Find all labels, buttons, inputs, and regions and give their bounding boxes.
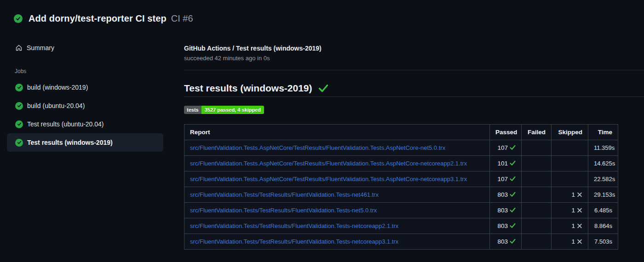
skip-x-icon — [577, 239, 582, 244]
sidebar-job-item-0[interactable]: build (windows-2019) — [7, 78, 163, 97]
col-header-report: Report — [184, 125, 490, 140]
skip-x-icon — [577, 192, 582, 197]
skipped-cell: 1 — [552, 218, 588, 234]
skipped-cell: 1 — [552, 203, 588, 218]
check-run-status: succeeded 42 minutes ago in 0s — [184, 55, 644, 62]
job-success-icon — [15, 102, 23, 110]
skipped-cell — [552, 156, 588, 171]
passed-cell: 803 — [490, 218, 522, 234]
pass-check-icon — [510, 145, 516, 150]
failed-cell — [522, 218, 552, 234]
table-header-row: Report Passed Failed Skipped Time — [184, 125, 618, 140]
skipped-cell — [552, 140, 588, 156]
table-row: src/FluentValidation.Tests.AspNetCore/Te… — [184, 156, 618, 171]
table-row: src/FluentValidation.Tests/TestResults/F… — [184, 187, 618, 203]
failed-cell — [522, 187, 552, 203]
table-row: src/FluentValidation.Tests/TestResults/F… — [184, 203, 618, 218]
report-cell: src/FluentValidation.Tests.AspNetCore/Te… — [184, 140, 490, 156]
passed-cell: 803 — [490, 203, 522, 218]
pass-check-icon — [510, 176, 516, 182]
tests-badge-label: tests — [184, 106, 201, 114]
skipped-count: 1 — [571, 191, 575, 198]
main-panel: GitHub Actions / Test results (windows-2… — [184, 39, 644, 250]
passed-count: 803 — [497, 191, 508, 198]
pass-check-icon — [510, 160, 516, 166]
passed-count: 107 — [497, 176, 508, 182]
failed-cell — [522, 203, 552, 218]
skipped-count: 1 — [571, 207, 575, 214]
time-cell: 29.153s — [588, 187, 618, 203]
run-title: Add dorny/test-reporter CI step — [29, 13, 167, 24]
sidebar-job-item-1[interactable]: build (ubuntu-20.04) — [7, 97, 163, 115]
report-cell: src/FluentValidation.Tests/TestResults/F… — [184, 203, 490, 218]
passed-count: 803 — [497, 207, 508, 214]
col-header-time: Time — [588, 125, 618, 140]
passed-count: 803 — [497, 238, 508, 245]
passed-cell: 101 — [490, 156, 522, 171]
job-success-icon — [15, 139, 23, 147]
run-number: CI #6 — [171, 13, 193, 24]
check-icon — [318, 84, 328, 92]
pass-check-icon — [510, 192, 516, 197]
sidebar-job-item-3[interactable]: Test results (windows-2019) — [7, 133, 163, 152]
report-link[interactable]: src/FluentValidation.Tests/TestResults/F… — [190, 207, 377, 214]
sidebar-item-summary[interactable]: Summary — [7, 39, 163, 57]
results-table-body: src/FluentValidation.Tests.AspNetCore/Te… — [184, 140, 618, 250]
pass-check-icon — [510, 223, 516, 228]
failed-cell — [522, 171, 552, 187]
col-header-skipped: Skipped — [552, 125, 588, 140]
report-link[interactable]: src/FluentValidation.Tests/TestResults/F… — [190, 222, 398, 229]
skipped-cell: 1 — [552, 234, 588, 250]
jobs-section-label: Jobs — [15, 68, 163, 74]
report-link[interactable]: src/FluentValidation.Tests.AspNetCore/Te… — [190, 176, 467, 182]
job-label: Test results (ubuntu-20.04) — [27, 120, 104, 128]
report-cell: src/FluentValidation.Tests.AspNetCore/Te… — [184, 171, 490, 187]
job-label: Test results (windows-2019) — [27, 139, 113, 146]
home-icon — [15, 44, 23, 51]
job-label: build (windows-2019) — [27, 84, 88, 91]
skipped-count: 1 — [571, 238, 575, 245]
passed-cell: 803 — [490, 234, 522, 250]
passed-cell: 107 — [490, 171, 522, 187]
check-run-title: GitHub Actions / Test results (windows-2… — [184, 45, 644, 52]
report-cell: src/FluentValidation.Tests/TestResults/F… — [184, 218, 490, 234]
report-link[interactable]: src/FluentValidation.Tests/TestResults/F… — [190, 238, 398, 245]
pass-check-icon — [510, 239, 516, 244]
report-cell: src/FluentValidation.Tests.AspNetCore/Te… — [184, 156, 490, 171]
jobs-list: build (windows-2019)build (ubuntu-20.04)… — [7, 78, 163, 152]
sidebar-job-item-2[interactable]: Test results (ubuntu-20.04) — [7, 115, 163, 133]
section-title: Test results (windows-2019) — [184, 83, 312, 94]
run-header: Add dorny/test-reporter CI step CI #6 — [0, 0, 644, 24]
report-link[interactable]: src/FluentValidation.Tests.AspNetCore/Te… — [190, 144, 445, 151]
table-row: src/FluentValidation.Tests/TestResults/F… — [184, 234, 618, 250]
passed-count: 803 — [497, 222, 508, 229]
job-success-icon — [15, 120, 23, 128]
job-label: build (ubuntu-20.04) — [27, 102, 85, 109]
time-cell: 7.503s — [588, 234, 618, 250]
table-row: src/FluentValidation.Tests.AspNetCore/Te… — [184, 171, 618, 187]
sidebar: Summary Jobs build (windows-2019)build (… — [0, 39, 184, 152]
skip-x-icon — [577, 208, 582, 213]
report-cell: src/FluentValidation.Tests/TestResults/F… — [184, 234, 490, 250]
time-cell: 8.864s — [588, 218, 618, 234]
run-success-icon — [14, 14, 23, 23]
col-header-passed: Passed — [490, 125, 522, 140]
report-link[interactable]: src/FluentValidation.Tests.AspNetCore/Te… — [190, 160, 467, 167]
job-success-icon — [15, 84, 23, 91]
tests-badge: tests 3527 passed, 4 skipped — [184, 106, 264, 114]
section-divider — [184, 70, 644, 70]
page-layout: Summary Jobs build (windows-2019)build (… — [0, 39, 644, 250]
table-row: src/FluentValidation.Tests/TestResults/F… — [184, 218, 618, 234]
table-row: src/FluentValidation.Tests.AspNetCore/Te… — [184, 140, 618, 156]
results-table: Report Passed Failed Skipped Time src/Fl… — [184, 124, 618, 250]
report-cell: src/FluentValidation.Tests/TestResults/F… — [184, 187, 490, 203]
skipped-cell: 1 — [552, 187, 588, 203]
skip-x-icon — [577, 223, 582, 228]
passed-cell: 803 — [490, 187, 522, 203]
passed-count: 107 — [497, 144, 508, 151]
skipped-cell — [552, 171, 588, 187]
failed-cell — [522, 140, 552, 156]
passed-cell: 107 — [490, 140, 522, 156]
report-link[interactable]: src/FluentValidation.Tests/TestResults/F… — [190, 191, 379, 198]
sidebar-summary-label: Summary — [27, 44, 54, 51]
